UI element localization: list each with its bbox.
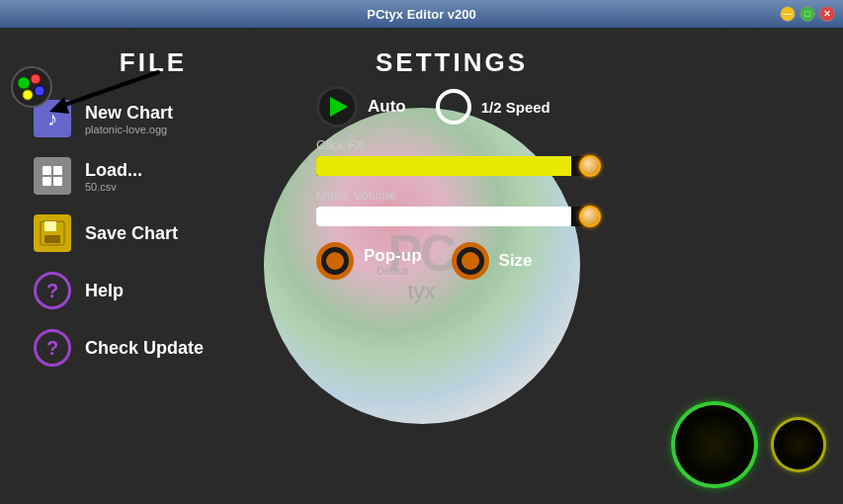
auto-speed-row: Auto 1/2 Speed [316,86,813,127]
svg-rect-13 [44,235,60,243]
svg-rect-8 [53,166,62,175]
popup-label: Pop-up [364,246,422,265]
size-ring-icon [452,242,489,280]
popup-button[interactable]: Pop-up Default [316,242,422,280]
click-fx-handle[interactable] [579,155,601,177]
svg-point-4 [23,90,33,100]
music-volume-fill [316,207,571,226]
click-fx-label: Click FX [316,137,813,152]
half-speed-label: 1/2 Speed [481,99,550,116]
music-volume-slider[interactable] [316,207,593,226]
popup-ring-inner-icon [326,252,344,270]
save-chart-icon [32,212,73,254]
new-chart-sub: platonic-love.ogg [85,124,173,135]
window-controls: — □ ✕ [780,6,835,22]
check-update-icon: ? [32,327,73,369]
click-fx-row: Click FX [316,137,813,176]
music-volume-label: Music Volume [316,188,813,203]
svg-rect-12 [44,221,56,231]
settings-section-title: SETTINGS [376,47,813,78]
update-icon: ? [34,329,71,367]
grid-icon [34,157,71,195]
click-fx-control [316,156,813,176]
help-item[interactable]: ? Help [30,266,277,315]
popup-size-row: Pop-up Default Size [316,242,813,280]
svg-rect-10 [53,177,62,186]
check-update-text: Check Update [85,338,204,359]
check-update-label: Check Update [85,338,204,359]
half-speed-ring-icon [436,89,471,125]
play-triangle-icon [330,97,348,117]
help-icon: ? [32,270,73,311]
settings-panel: SETTINGS Auto 1/2 Speed Click FX [296,28,843,504]
load-text: Load... 50.csv [85,160,142,193]
save-chart-text: Save Chart [85,223,178,244]
music-volume-row: Music Volume [316,188,813,226]
close-button[interactable]: ✕ [819,6,835,22]
load-icon [32,155,73,197]
help-text: Help [85,281,124,301]
load-item[interactable]: Load... 50.csv [30,151,277,201]
help-label: Help [85,281,124,301]
svg-point-1 [18,77,30,89]
size-label: Size [499,251,533,271]
music-volume-handle[interactable] [579,206,601,227]
check-update-item[interactable]: ? Check Update [30,323,277,373]
minimize-button[interactable]: — [780,6,796,22]
svg-line-5 [59,72,158,107]
half-speed-control[interactable]: 1/2 Speed [436,89,550,125]
popup-ring-icon [316,242,354,280]
click-fx-fill [316,156,571,176]
save-chart-label: Save Chart [85,223,178,244]
main-content: PC tyx FILE ♪ New Chart platonic-love.og… [0,28,843,504]
deco-circle-small [774,420,823,469]
size-button[interactable]: Size [452,242,533,280]
play-circle-icon [316,86,358,127]
app-title: PCtyx Editor v200 [0,7,843,22]
svg-rect-7 [42,166,51,175]
question-mark-icon: ? [34,272,71,309]
auto-button[interactable]: Auto [316,86,406,127]
title-bar: PCtyx Editor v200 — □ ✕ [0,0,843,28]
deco-circle-large [675,405,754,484]
decorative-circles [675,405,823,484]
default-label: Default [364,266,422,277]
click-fx-slider[interactable] [316,156,593,176]
svg-rect-9 [42,177,51,186]
save-chart-item[interactable]: Save Chart [30,209,277,258]
svg-marker-6 [49,97,69,114]
load-sub: 50.csv [85,181,142,193]
size-ring-inner-icon [462,252,479,270]
load-label: Load... [85,160,142,181]
auto-label: Auto [368,97,406,117]
arrow-pointer [40,62,188,122]
save-disk-icon [34,214,71,252]
maximize-button[interactable]: □ [800,6,815,22]
music-volume-control [316,207,813,226]
